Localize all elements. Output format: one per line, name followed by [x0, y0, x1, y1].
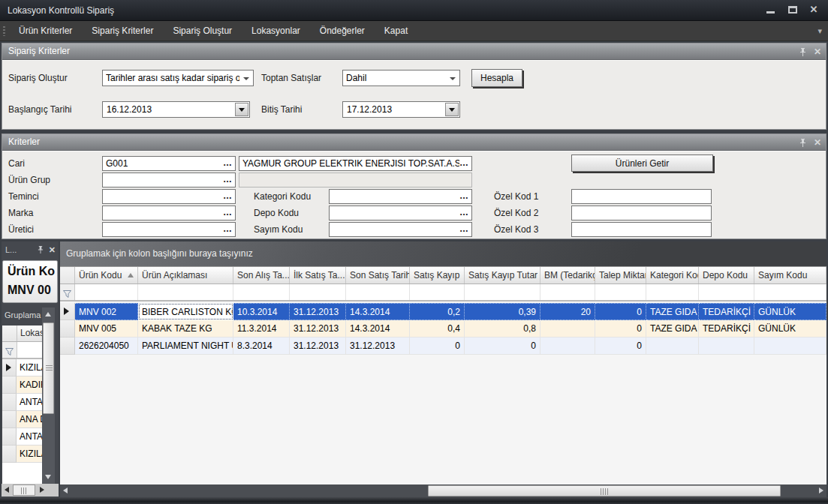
filter-cell[interactable] — [290, 284, 346, 300]
ellipsis-button[interactable]: … — [459, 206, 468, 219]
product-row[interactable]: 2626204050 PARLIAMENT NIGHT U... 8.3.201… — [60, 338, 826, 355]
ozel-kod2-input[interactable] — [571, 206, 712, 220]
scroll-right-button[interactable] — [815, 484, 826, 497]
cari-code-input[interactable]: G001 … — [102, 156, 236, 171]
cell[interactable]: 0,39 — [465, 303, 540, 320]
menu-item-urun-kriterler[interactable]: Ürün Kriterler — [9, 21, 82, 40]
cell[interactable]: 11.3.2014 — [233, 320, 290, 338]
cell[interactable]: 31.12.2013 — [290, 338, 346, 355]
maximize-button[interactable] — [783, 0, 802, 20]
menu-item-siparis-kriterler[interactable]: Sipariş Kriterler — [82, 21, 163, 40]
column-header-satis-kayip[interactable]: Satış Kayıp — [410, 267, 465, 284]
filter-cell[interactable] — [465, 284, 540, 300]
close-button[interactable]: ✕ — [804, 0, 823, 20]
cell[interactable]: 0 — [465, 338, 540, 355]
ellipsis-button[interactable]: … — [223, 156, 232, 170]
cell[interactable]: GÜNLÜK — [754, 303, 826, 320]
ellipsis-button[interactable]: … — [223, 206, 232, 219]
kategori-kodu-input[interactable]: … — [329, 189, 472, 204]
cell[interactable]: TEDARİKÇİ ... — [699, 303, 754, 320]
filter-cell[interactable] — [646, 284, 699, 300]
start-date-picker[interactable]: 16.12.2013 — [102, 101, 250, 118]
minimize-button[interactable] — [760, 0, 780, 20]
cell[interactable] — [646, 338, 699, 355]
cell[interactable]: 31.12.2013 — [290, 303, 346, 320]
pin-icon[interactable] — [799, 139, 806, 147]
ellipsis-button[interactable]: … — [459, 189, 468, 202]
filter-cell[interactable] — [75, 284, 138, 300]
ozel-kod3-input[interactable] — [571, 222, 712, 237]
end-date-picker[interactable]: 17.12.2013 — [342, 101, 460, 118]
cell[interactable]: TAZE GIDA — [646, 320, 699, 338]
menu-item-kapat[interactable]: Kapat — [375, 21, 417, 40]
cell[interactable] — [540, 338, 595, 355]
cari-name-input[interactable]: YAGMUR GROUP ELEKTRIK ENERJISI TOP.SAT.A… — [239, 156, 472, 171]
cell[interactable]: TEDARİKÇİ ... — [699, 320, 754, 338]
ellipsis-button[interactable]: … — [459, 156, 468, 170]
cell[interactable]: 0 — [595, 338, 646, 355]
pin-icon[interactable] — [38, 246, 44, 254]
cell[interactable]: 0,4 — [410, 320, 465, 338]
column-header-talep-miktar[interactable]: Talep Miktar — [595, 267, 646, 284]
menu-item-lokasyonlar[interactable]: Lokasyonlar — [242, 21, 310, 40]
scroll-left-button[interactable] — [60, 484, 71, 497]
menu-overflow-chevron-icon[interactable]: ▾ — [817, 21, 822, 40]
filter-cell[interactable] — [540, 284, 595, 300]
cell[interactable]: 0 — [410, 338, 465, 355]
cell-urun-aciklamasi[interactable]: PARLIAMENT NIGHT U... — [138, 338, 233, 355]
uretici-input[interactable]: … — [102, 222, 236, 237]
cell[interactable]: 0 — [595, 303, 646, 320]
column-header-kategori-kodu[interactable]: Kategori Kodu — [646, 267, 699, 284]
ellipsis-button[interactable]: … — [459, 222, 468, 236]
cell-urun-aciklamasi-focused[interactable]: BIBER CARLISTON KG — [138, 303, 233, 320]
cell[interactable]: 0,8 — [465, 320, 540, 338]
column-header-satis-kayip-tutar[interactable]: Satış Kayıp Tutar — [465, 267, 540, 284]
cell[interactable]: 14.3.2014 — [346, 303, 410, 320]
menu-item-ondegerler[interactable]: Öndeğerler — [310, 21, 375, 40]
filter-cell[interactable] — [410, 284, 465, 300]
ellipsis-button[interactable]: … — [223, 172, 232, 186]
calendar-dropdown-button[interactable] — [445, 103, 459, 116]
filter-cell[interactable] — [138, 284, 233, 300]
cell-urun-kodu[interactable]: MNV 005 — [75, 320, 138, 338]
cell[interactable]: 0,2 — [410, 303, 465, 320]
cell[interactable]: 0 — [595, 320, 646, 338]
groupby-bar[interactable]: Gruplamak için kolon başlığını buraya ta… — [60, 242, 826, 266]
marka-input[interactable]: … — [102, 206, 236, 220]
calendar-dropdown-button[interactable] — [235, 103, 248, 116]
dock-horizontal-scrollbar[interactable] — [2, 484, 59, 496]
filter-cell[interactable] — [346, 284, 410, 300]
cell[interactable] — [754, 338, 826, 355]
cell[interactable]: 31.12.2013 — [346, 338, 410, 355]
sayim-kodu-input[interactable]: … — [329, 222, 472, 237]
scroll-left-button[interactable] — [2, 484, 12, 496]
scrollbar-thumb[interactable] — [13, 484, 35, 496]
calculate-button[interactable]: Hesapla — [471, 69, 522, 87]
scroll-right-button[interactable] — [37, 484, 47, 496]
filter-cell[interactable] — [233, 284, 290, 300]
cell-urun-kodu[interactable]: MNV 002 — [75, 303, 138, 320]
cell[interactable]: 20 — [540, 303, 595, 320]
teminci-input[interactable]: … — [102, 189, 236, 204]
fetch-products-button[interactable]: Ürünleri Getir — [571, 154, 713, 172]
depo-kodu-input[interactable]: … — [329, 206, 472, 220]
wholesale-dropdown[interactable]: Dahil — [342, 70, 460, 86]
filter-cell[interactable] — [595, 284, 646, 300]
column-header-ilk-satis-tarihi[interactable]: İlk Satış Ta... — [290, 267, 346, 284]
scrollbar-thumb[interactable] — [43, 322, 54, 414]
ellipsis-button[interactable]: … — [223, 222, 232, 236]
column-header-sayim-kodu[interactable]: Sayım Kodu — [754, 267, 826, 284]
cell-urun-aciklamasi[interactable]: KABAK TAZE KG — [138, 320, 233, 338]
column-header-son-satis-tarihi[interactable]: Son Satış Tarihi — [346, 267, 410, 284]
column-header-depo-kodu[interactable]: Depo Kodu — [699, 267, 754, 284]
ellipsis-button[interactable]: … — [223, 189, 232, 202]
close-icon[interactable]: ✕ — [49, 242, 56, 258]
cell[interactable]: TAZE GIDA — [646, 303, 699, 320]
close-icon[interactable]: ✕ — [814, 44, 821, 60]
cell[interactable]: 14.3.2014 — [346, 320, 410, 338]
cell[interactable] — [699, 338, 754, 355]
cell[interactable]: 31.12.2013 — [290, 320, 346, 338]
column-header-urun-aciklamasi[interactable]: Ürün Açıklaması — [138, 267, 233, 284]
column-header-bm-tedarikci[interactable]: BM (Tedarikçi) — [540, 267, 595, 284]
column-header-son-alis-tarihi[interactable]: Son Alış Ta... — [233, 267, 290, 284]
